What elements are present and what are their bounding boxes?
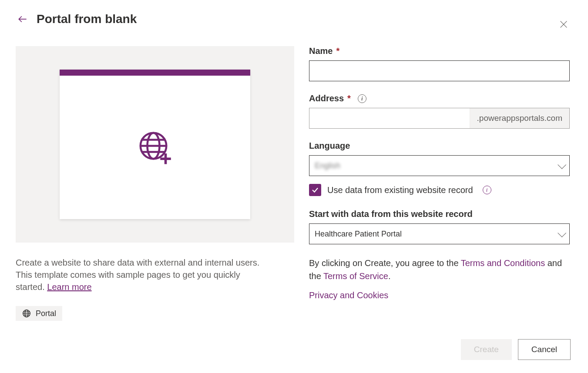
start-with-label-text: Start with data from this website record (309, 209, 473, 219)
chevron-down-icon (558, 160, 566, 169)
use-existing-label: Use data from existing website record (327, 185, 473, 195)
preview-card-body (60, 76, 250, 219)
arrow-left-icon (17, 13, 28, 25)
globe-plus-icon (137, 129, 173, 166)
agree-text: By clicking on Create, you agree to the … (309, 256, 570, 283)
start-with-label: Start with data from this website record (309, 209, 570, 219)
description-text: Create a website to share data with exte… (16, 256, 268, 293)
close-button[interactable] (558, 18, 570, 30)
close-icon (559, 20, 568, 29)
create-button: Create (461, 339, 512, 360)
dialog-footer: Create Cancel (461, 339, 571, 360)
dialog-body: Create a website to share data with exte… (16, 46, 572, 321)
cancel-button[interactable]: Cancel (518, 339, 571, 360)
start-with-select[interactable]: Healthcare Patient Portal (309, 223, 570, 244)
terms-and-conditions-link[interactable]: Terms and Conditions (461, 258, 545, 268)
name-field: Name * (309, 46, 570, 81)
start-with-value: Healthcare Patient Portal (315, 230, 402, 239)
name-input[interactable] (309, 60, 570, 81)
globe-icon (22, 309, 31, 318)
right-column: Name * Address * i .powerappsportals.com (309, 46, 572, 321)
learn-more-link[interactable]: Learn more (47, 282, 91, 292)
portal-badge: Portal (16, 306, 62, 321)
name-label-text: Name (309, 46, 333, 56)
agree-pre: By clicking on Create, you agree to the (309, 258, 461, 268)
required-marker: * (347, 93, 351, 103)
agree-post: . (388, 271, 391, 281)
dialog-title: Portal from blank (37, 12, 137, 26)
required-marker: * (336, 46, 339, 56)
preview-card (60, 70, 250, 219)
terms-of-service-link[interactable]: Terms of Service (323, 271, 388, 281)
use-existing-checkbox[interactable] (309, 184, 321, 196)
name-label: Name * (309, 46, 570, 56)
address-input-wrap: .powerappsportals.com (309, 108, 570, 129)
privacy-and-cookies-link[interactable]: Privacy and Cookies (309, 290, 570, 300)
address-suffix: .powerappsportals.com (470, 108, 569, 128)
language-label: Language (309, 141, 570, 151)
language-value: English (315, 161, 340, 170)
chevron-down-icon (558, 229, 566, 237)
checkmark-icon (311, 186, 319, 194)
start-with-field: Start with data from this website record… (309, 209, 570, 244)
address-label: Address * i (309, 93, 570, 103)
use-existing-row: Use data from existing website record i (309, 184, 570, 196)
left-column: Create a website to share data with exte… (16, 46, 294, 321)
address-label-text: Address (309, 93, 344, 103)
back-button[interactable] (16, 12, 30, 26)
preview-panel (16, 46, 294, 243)
preview-card-accent (60, 70, 250, 76)
language-select[interactable]: English (309, 155, 570, 176)
address-input[interactable] (309, 108, 470, 128)
address-info-icon[interactable]: i (358, 94, 366, 103)
badge-label: Portal (36, 309, 56, 318)
dialog-header: Portal from blank (16, 12, 572, 26)
portal-from-blank-dialog: Portal from blank (0, 0, 588, 373)
use-existing-info-icon[interactable]: i (483, 186, 491, 194)
address-field: Address * i .powerappsportals.com (309, 93, 570, 129)
language-label-text: Language (309, 141, 350, 151)
language-field: Language English (309, 141, 570, 176)
